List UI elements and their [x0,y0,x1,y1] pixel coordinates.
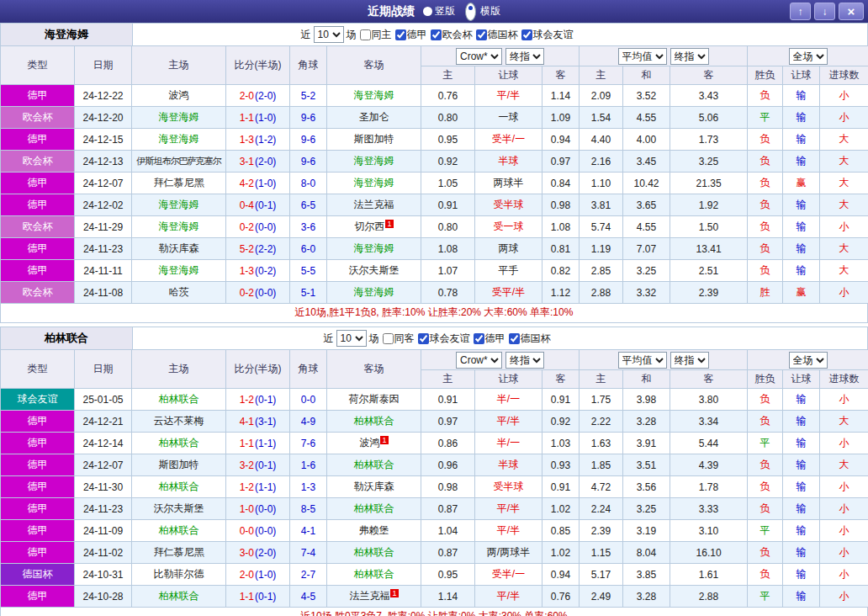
results-table: 类型日期主场比分(半场)角球客场Crow*终指平均值终指全场主让球客主和客胜负让… [0,45,868,304]
filter-option-球会友谊[interactable]: 球会友谊 [418,332,470,346]
away-team-name: 切尔西 [354,220,384,232]
score-cell: 0-2(0-0) [226,282,290,304]
away-team-cell: 圣加仑 [327,107,421,129]
result-handicap: 输 [783,194,820,216]
asia-handicap: 受半球 [475,194,542,216]
result-header: 全场 [748,350,868,370]
match-row: 德甲24-12-07斯图加特3-2(0-1)1-6柏林联合0.96半球0.931… [1,454,868,476]
euro-average-select[interactable]: 平均值 [618,352,667,369]
result-goals: 小 [820,216,868,238]
result-wdl: 平 [748,586,783,608]
radio-label-vertical: 竖版 [435,4,455,19]
column-header: 主场 [132,46,226,85]
home-team-name: 勒沃库森 [159,242,199,254]
radio-icon[interactable] [465,3,476,21]
euro-final-select[interactable]: 终指 [670,48,709,65]
sub-column-header: 主 [580,370,623,389]
euro-draw-odds: 3.85 [623,564,670,586]
asia-handicap: 平/半 [475,85,542,107]
asia-final-select[interactable]: 终指 [505,352,544,369]
home-team-cell: 勒沃库森 [132,238,226,260]
fulltime-select[interactable]: 全场 [789,352,828,369]
bookmaker-select[interactable]: Crow* [456,352,502,369]
checkbox-欧会杯[interactable] [431,29,442,40]
league-cell: 德甲 [1,411,75,433]
filter-option-德国杯[interactable]: 德国杯 [509,332,551,346]
close-button[interactable]: × [839,3,864,20]
home-team-name: 斯图加特 [159,459,199,470]
checkbox-label: 德国杯 [521,332,551,346]
filter-option-德甲[interactable]: 德甲 [474,332,505,346]
sub-column-header: 让球 [475,370,542,389]
away-team-cell: 法兰克福1 [327,586,421,608]
asia-handicap: 受一球 [475,216,542,238]
radio-icon[interactable] [423,7,432,16]
match-count-select[interactable]: 10 [336,330,367,347]
euro-home-odds: 1.54 [580,107,623,129]
asia-home-odds: 0.98 [421,476,475,498]
scroll-up-button[interactable]: ↑ [790,3,811,20]
matches-label: 场 [369,332,379,346]
checkbox-德国杯[interactable] [476,29,487,40]
checkbox-球会友谊[interactable] [418,333,429,344]
checkbox-球会友谊[interactable] [521,29,532,40]
euro-draw-odds: 10.42 [623,173,670,194]
score-cell: 1-2(1-1) [226,476,290,498]
corners-cell: 9-6 [290,129,327,151]
corners-cell: 7-4 [290,542,327,564]
match-count-select[interactable]: 10 [314,26,344,43]
scroll-down-button[interactable]: ↓ [814,3,835,20]
euro-home-odds: 2.24 [580,498,623,520]
checkbox-同客[interactable] [383,333,394,344]
bookmaker-select[interactable]: Crow* [456,48,502,65]
euro-home-odds: 1.75 [580,389,623,411]
match-row: 德甲24-11-09柏林联合0-0(0-0)4-1弗赖堡1.04平/半0.852… [1,520,868,542]
checkbox-同主[interactable] [360,29,371,40]
fulltime-select[interactable]: 全场 [789,48,828,65]
sub-column-header: 和 [623,66,670,85]
result-handicap: 输 [783,520,820,542]
filter-option-同主[interactable]: 同主 [360,28,392,42]
asia-final-select[interactable]: 终指 [505,48,544,65]
result-handicap: 输 [783,433,820,454]
sub-column-header: 客 [670,370,748,389]
halftime-score: (0-2) [255,265,276,277]
home-team-cell: 海登海姆 [132,194,226,216]
sub-column-header: 客 [670,66,748,85]
filter-option-德国杯[interactable]: 德国杯 [476,28,518,42]
halftime-score: (0-0) [255,221,276,233]
euro-home-odds: 2.85 [580,260,623,282]
match-row: 德甲24-12-21云达不莱梅4-1(3-1)4-9柏林联合0.97平/半0.9… [1,411,868,433]
euro-away-odds: 5.44 [670,433,748,454]
score-cell: 0-0(0-0) [226,520,290,542]
fulltime-score: 2-0 [240,90,254,102]
sub-column-header: 胜负 [748,66,783,85]
checkbox-德国杯[interactable] [509,333,520,344]
filter-option-球会友谊[interactable]: 球会友谊 [521,28,574,42]
filter-option-同客[interactable]: 同客 [383,332,415,346]
euro-final-select[interactable]: 终指 [670,352,709,369]
checkbox-德甲[interactable] [395,29,406,40]
league-cell: 德甲 [1,433,75,454]
filter-option-欧会杯[interactable]: 欧会杯 [431,28,473,42]
result-goals: 小 [820,498,868,520]
euro-away-odds: 3.43 [670,85,748,107]
league-cell: 德甲 [1,476,75,498]
euro-average-select[interactable]: 平均值 [618,48,667,65]
sub-column-header: 胜负 [748,370,783,389]
result-wdl: 负 [748,216,783,238]
home-team-cell: 柏林联合 [132,433,226,454]
date-cell: 24-11-02 [75,542,132,564]
asia-home-odds: 0.92 [421,151,475,173]
euro-draw-odds: 3.28 [623,586,670,608]
date-cell: 24-12-14 [75,433,132,454]
checkbox-德甲[interactable] [474,333,484,344]
layout-radio-vertical[interactable]: 竖版 [423,4,455,19]
filter-option-德甲[interactable]: 德甲 [395,28,427,42]
home-team-cell: 斯图加特 [132,454,226,476]
layout-radio-horizontal[interactable]: 横版 [463,3,500,21]
near-label: 近 [301,28,311,42]
asia-away-odds: 0.82 [542,260,580,282]
asia-away-odds: 0.84 [542,173,580,194]
asia-home-odds: 0.86 [421,433,475,454]
